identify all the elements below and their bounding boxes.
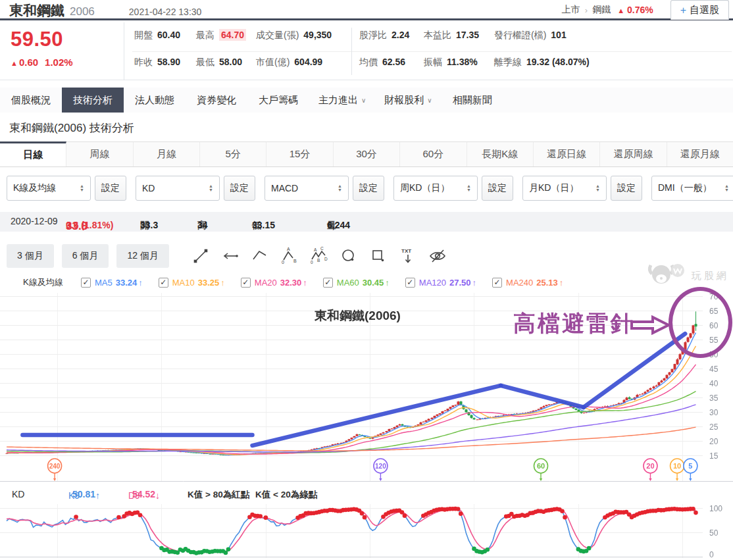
wave-abcd-tool-icon[interactable]: AC0BD xyxy=(310,247,328,265)
svg-text:B: B xyxy=(317,258,320,263)
ma-legend: K線及均線 ✓MA533.24↑ ✓MA1033.25↑ ✓MA2032.30↑… xyxy=(23,274,727,290)
settings-button-1[interactable]: 設定 xyxy=(95,176,126,201)
tab-adj-daily[interactable]: 還原日線 xyxy=(534,142,600,166)
stock-name: 東和鋼鐵 xyxy=(9,1,64,20)
checkbox-icon[interactable]: ✓ xyxy=(405,278,415,288)
indicator-select-1[interactable]: K線及均線▲▼ xyxy=(7,176,91,201)
stat-market-cap: 市值(億)604.99 xyxy=(256,57,322,68)
ma-item-60[interactable]: ✓MA6030.45↑ xyxy=(323,278,390,288)
text-tool-icon[interactable]: TXT xyxy=(399,247,417,265)
settings-button-2[interactable]: 設定 xyxy=(224,176,255,201)
kd-legend: KD K950.81↑ D954.52↓ K值 > 80為紅點 K值 < 20為… xyxy=(0,488,733,503)
checkbox-icon[interactable]: ✓ xyxy=(323,278,333,288)
tab-monthly[interactable]: 月線 xyxy=(134,142,200,166)
tab-adj-weekly[interactable]: 還原周線 xyxy=(600,142,667,166)
kd-chart-canvas[interactable] xyxy=(0,504,733,560)
select-arrows-icon: ▲▼ xyxy=(595,184,600,192)
kd-k-value: K950.81↑ xyxy=(68,489,95,499)
chevron-right-icon: › xyxy=(585,5,588,15)
nav-stock-overview[interactable]: 個股概況 xyxy=(0,88,62,113)
kd-red-note: K值 > 80為紅點 xyxy=(188,489,249,501)
indicator-select-2[interactable]: KD▲▼ xyxy=(136,176,220,201)
ellipse-tool-icon[interactable] xyxy=(340,247,358,265)
add-watchlist-button[interactable]: + 自選股 xyxy=(670,0,729,20)
stat-high: 最高64.70 xyxy=(196,30,246,41)
tab-60min[interactable]: 60分 xyxy=(400,142,467,166)
settings-button-4[interactable]: 設定 xyxy=(482,176,513,201)
angle-tool-icon[interactable] xyxy=(251,247,269,265)
nav-financial-dividend[interactable]: 財報股利∨ xyxy=(375,88,441,113)
settings-button-5[interactable]: 設定 xyxy=(611,176,642,201)
range-6m-button[interactable]: 6 個月 xyxy=(62,244,109,268)
tab-5min[interactable]: 5分 xyxy=(200,142,266,166)
indicator-group-2: KD▲▼ 設定 xyxy=(136,176,255,201)
svg-text:TXT: TXT xyxy=(401,248,411,254)
settings-button-3[interactable]: 設定 xyxy=(353,176,384,201)
indicator-select-6[interactable]: DMI（一般）▲▼ xyxy=(651,176,733,201)
indicator-select-5[interactable]: 月KD（日）▲▼ xyxy=(522,176,607,201)
tab-weekly[interactable]: 周線 xyxy=(66,142,133,166)
annotation-circle xyxy=(669,287,732,358)
period-tabs: 日線 周線 月線 5分 15分 30分 60分 長期K線 還原日線 還原周線 還… xyxy=(0,141,733,167)
drawing-tools: A0B AC0BD TXT xyxy=(191,247,447,265)
wave-abc-tool-icon[interactable]: A0B xyxy=(280,247,299,265)
arrow-line-tool-icon[interactable] xyxy=(221,247,240,265)
market-breadcrumb[interactable]: 上市 xyxy=(562,4,580,16)
select-arrows-icon: ▲▼ xyxy=(338,184,342,192)
tab-longterm-k[interactable]: 長期K線 xyxy=(467,142,534,166)
indicator-group-5: 月KD（日）▲▼ 設定 xyxy=(522,176,642,201)
stat-low: 最低58.00 xyxy=(196,57,242,68)
stock-title-group: 東和鋼鐵 2006 2021-04-22 13:30 xyxy=(0,0,201,20)
tab-30min[interactable]: 30分 xyxy=(334,142,400,166)
ma-item-20[interactable]: ✓MA2032.30↑ xyxy=(241,278,307,288)
nav-news[interactable]: 相關新聞 xyxy=(442,88,503,113)
watermark-text: 玩股網 xyxy=(692,270,729,282)
tab-15min[interactable]: 15分 xyxy=(266,142,333,166)
quote-panel: 59.50 ▲0.601.02% 開盤60.40 最高64.70 成交量(張)4… xyxy=(0,22,733,80)
stat-avg-price: 均價62.56 xyxy=(359,57,405,68)
tab-daily[interactable]: 日線 xyxy=(0,141,66,166)
checkbox-icon[interactable]: ✓ xyxy=(241,278,251,288)
chart-toolbar: 3 個月 6 個月 12 個月 A0B AC0BD TXT xyxy=(7,242,730,270)
up-triangle-icon: ▲ xyxy=(11,59,18,67)
nav-margin[interactable]: 資券變化 xyxy=(186,88,247,113)
annotation-arrow-icon xyxy=(630,315,671,335)
kd-chart-area xyxy=(0,504,733,560)
select-arrows-icon: ▲▼ xyxy=(467,184,471,192)
checkbox-icon[interactable]: ✓ xyxy=(81,278,91,288)
sector-change: ▲ 0.76% xyxy=(617,5,653,15)
tab-adj-monthly[interactable]: 還原月線 xyxy=(667,142,733,166)
checkbox-icon[interactable]: ✓ xyxy=(492,278,502,288)
annotation-text: 高檔避雷針 xyxy=(513,309,635,339)
rectangle-tool-icon[interactable] xyxy=(369,247,388,265)
quote-stats: 開盤60.40 最高64.70 成交量(張)49,350 股淨比2.24 本益比… xyxy=(124,22,733,80)
plus-icon: + xyxy=(680,5,686,16)
indicator-group-3: MACD▲▼ 設定 xyxy=(265,176,384,201)
sector-link[interactable]: 鋼鐵 xyxy=(592,4,611,16)
nav-technical-analysis[interactable]: 技術分析 xyxy=(62,88,124,113)
stat-amplitude: 振幅11.38% xyxy=(424,57,478,68)
stats-divider-horizontal xyxy=(132,51,732,52)
ma-item-120[interactable]: ✓MA12027.50↑ xyxy=(405,278,476,288)
trend-line-tool-icon[interactable] xyxy=(191,247,210,265)
ma-item-240[interactable]: ✓MA24025.13↑ xyxy=(492,278,563,288)
svg-text:0: 0 xyxy=(311,260,313,265)
hide-drawings-icon[interactable] xyxy=(428,247,447,265)
chart-inline-title: 東和鋼鐵(2006) xyxy=(315,307,401,324)
nav-major-holders[interactable]: 大戶籌碼 xyxy=(247,88,309,113)
main-nav: 個股概況 技術分析 法人動態 資券變化 大戶籌碼 主力進出∨ 財報股利∨ 相關新… xyxy=(0,88,733,113)
stat-prev-close: 昨收58.90 xyxy=(134,57,180,68)
nav-institutional[interactable]: 法人動態 xyxy=(124,88,186,113)
range-12m-button[interactable]: 12 個月 xyxy=(116,244,168,268)
kd-title: KD xyxy=(12,489,24,499)
checkbox-icon[interactable]: ✓ xyxy=(159,278,168,288)
nav-main-force[interactable]: 主力進出∨ xyxy=(309,88,375,113)
indicator-group-1: K線及均線▲▼ 設定 xyxy=(7,176,126,201)
indicator-select-4[interactable]: 周KD（日）▲▼ xyxy=(393,176,478,201)
ma-item-10[interactable]: ✓MA1033.25↑ xyxy=(159,278,225,288)
indicator-select-3[interactable]: MACD▲▼ xyxy=(265,176,349,201)
indicator-selectors: K線及均線▲▼ 設定 KD▲▼ 設定 MACD▲▼ 設定 周KD（日）▲▼ 設定… xyxy=(7,176,733,201)
ma-item-5[interactable]: ✓MA533.24↑ xyxy=(81,278,143,288)
header-right: 上市 › 鋼鐵 ▲ 0.76% + 自選股 xyxy=(562,0,733,20)
range-3m-button[interactable]: 3 個月 xyxy=(7,244,54,268)
